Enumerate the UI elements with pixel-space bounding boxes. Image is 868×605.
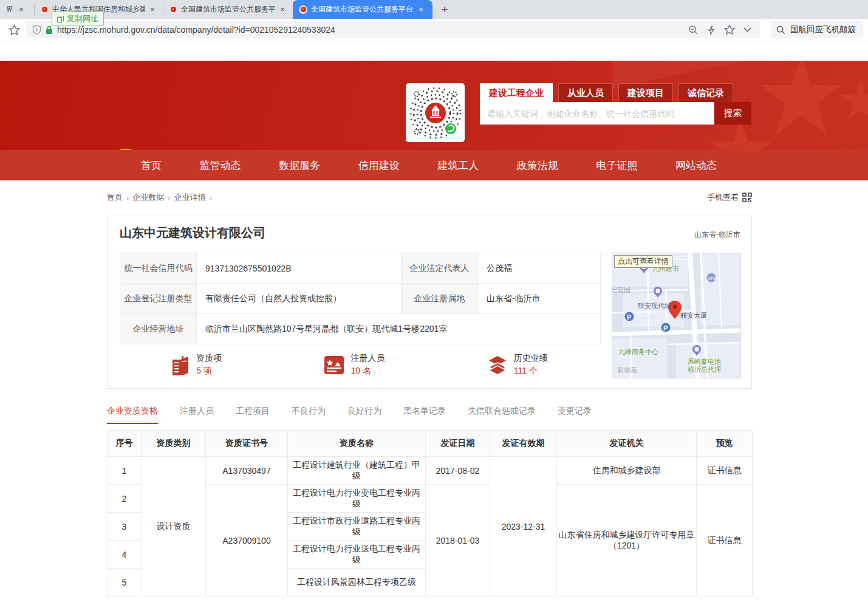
address-label: 企业经营地址 [120,314,197,344]
breadcrumb-row: 首页 企业数据 企业详情 手机查看 [107,191,752,203]
search-tab-enterprise[interactable]: 建设工程企业 [480,83,553,102]
url-text: https://jzsc.mohurd.gov.cn/data/company/… [57,25,684,35]
cell-qual-name: 工程设计建筑行业（建筑工程）甲级 [288,457,426,485]
breadcrumb-company-data[interactable]: 企业数据 [132,192,164,203]
site-banner: 中华人民共和国住房和城乡建设部 www.mohurd.gov.cn 全国建筑市场… [0,61,868,150]
keyword-search-input[interactable] [480,102,714,125]
chevron-down-icon[interactable] [743,27,751,32]
tab-title: 界 [6,4,13,15]
search-tab-personnel[interactable]: 从业人员 [558,83,613,102]
stat-value: 5 项 [196,366,222,377]
cell-issue-date: 2018-01-03 [426,485,490,596]
nav-credit[interactable]: 信用建设 [358,159,400,173]
address-value: 临沂市兰山区陶然路107号星河晶都（联安）现代城1号楼2201室 [197,314,601,344]
search-tab-project[interactable]: 建设项目 [618,83,673,102]
tab-change-records[interactable]: 变更记录 [558,406,592,423]
nav-site-news[interactable]: 网站动态 [675,159,717,173]
tab-dishonesty-records[interactable]: 失信联合惩戒记录 [468,406,536,423]
emblem-favicon-icon [40,5,49,14]
reg-type-label: 企业登记注册类型 [120,284,197,314]
stat-historical-performance: 历史业绩 111 个 [487,353,548,377]
browser-toolbar: https://jzsc.mohurd.gov.cn/data/company/… [0,19,868,41]
shield-icon[interactable] [32,25,41,35]
tab-bad-behavior[interactable]: 不良行为 [292,406,326,423]
company-location-map[interactable]: 点击可查看详情 [612,253,741,378]
nav-workers[interactable]: 建筑工人 [437,159,479,173]
breadcrumb-home[interactable]: 首页 [107,192,123,203]
close-icon[interactable] [278,5,287,14]
svg-text:联安现代城: 联安现代城 [638,302,671,309]
tab-registered-personnel[interactable]: 注册人员 [180,406,214,423]
reg-region-value: 山东省-临沂市 [478,284,601,314]
search-icon [776,26,785,35]
map-tooltip: 点击可查看详情 [614,255,672,268]
nav-home[interactable]: 首页 [141,159,162,173]
zoom-out-icon[interactable] [688,25,699,35]
national-emblem-icon [108,148,143,150]
col-authority: 发证机关 [557,431,697,457]
cell-seq: 2 [108,485,142,513]
new-tab-button[interactable]: + [436,2,453,18]
svg-text:P: P [627,313,631,321]
cell-cert-no: A137030497 [206,457,288,485]
certificate-info-link[interactable]: 证书信息 [697,457,753,485]
hot-search-text: 国航回应飞机颠簸 [790,24,856,35]
tab-qualifications[interactable]: 企业资质资格 [107,406,158,424]
wechat-qr-code [406,83,465,142]
site-search-panel: 建设工程企业 从业人员 建设项目 诚信记录 搜索 [480,83,751,125]
cell-qual-name: 工程设计市政行业道路工程专业丙级 [288,513,426,541]
certificate-info-link[interactable]: 证书信息 [697,485,753,596]
lock-icon [46,26,53,35]
nav-e-license[interactable]: 电子证照 [596,159,637,173]
tab-projects[interactable]: 工程项目 [236,406,270,423]
nav-data-service[interactable]: 数据服务 [279,159,320,173]
table-header-row: 序号 资质类别 资质证书号 资质名称 发证日期 发证有效期 发证机关 预览 [108,431,753,457]
svg-text:九峰商务中心: 九峰商务中心 [618,348,658,355]
legal-rep-label: 企业法定代表人 [402,253,478,284]
svg-text:联安大厦: 联安大厦 [680,312,707,319]
browser-search-box[interactable]: 国航回应飞机颠簸 [771,21,863,38]
col-issue-date: 发证日期 [426,431,490,457]
emblem-favicon-icon [169,5,177,14]
breadcrumb-company-detail[interactable]: 企业详情 [174,192,206,203]
browser-tab-partial[interactable]: 界 [0,0,34,19]
table-row: 1 设计资质 A137030497 工程设计建筑行业（建筑工程）甲级 2017-… [108,457,753,485]
company-name: 山东中元建筑设计有限公司 [120,225,265,241]
favorite-star-icon[interactable] [724,24,735,35]
cell-seq: 4 [108,541,142,569]
nav-policy[interactable]: 政策法规 [517,159,558,173]
search-tab-credit[interactable]: 诚信记录 [678,83,733,102]
tab-blacklist[interactable]: 黑名单记录 [403,406,446,423]
browser-tab-jzsc-1[interactable]: 全国建筑市场监管公共服务平台 [163,0,293,19]
certificate-book-icon [324,355,344,375]
browser-tab-jzsc-active[interactable]: 全国建筑市场监管公共服务平台 [293,0,432,19]
reg-region-label: 企业注册属地 [402,284,478,314]
close-icon[interactable] [17,5,26,14]
cell-qual-name: 工程设计风景园林工程专项乙级 [288,569,426,596]
svg-text:纪花园: 纪花园 [612,286,630,293]
close-icon[interactable] [417,5,425,14]
url-bar[interactable]: https://jzsc.mohurd.gov.cn/data/company/… [26,21,760,38]
close-icon[interactable] [148,5,157,14]
qr-code-icon [409,86,462,140]
tab-title: 全国建筑市场监管公共服务平台 [311,4,413,15]
svg-text:风帆蓄电池: 风帆蓄电池 [688,358,721,365]
stat-qualifications: 资质项 5 项 [171,353,222,377]
cell-cert-no: A237009100 [206,485,288,596]
bookmark-star-icon[interactable] [9,24,20,36]
mobile-view-button[interactable]: 手机查看 [707,192,752,203]
browser-tab-bar: 界 中华人民共和国住房和城乡建设 全国建筑市场监管公共服务平台 全国建筑市场监管… [0,0,868,19]
tab-good-behavior[interactable]: 良好行为 [347,406,381,423]
layers-icon [487,355,508,375]
stat-registered-personnel: 注册人员 10 名 [324,353,384,377]
col-seq: 序号 [108,431,142,457]
stat-label: 资质项 [196,353,222,364]
credit-code-value: 91371302675501022B [197,253,402,284]
breadcrumb: 首页 企业数据 企业详情 [107,192,212,203]
lightning-icon[interactable] [707,25,716,35]
col-category: 资质类别 [142,431,206,457]
search-button[interactable]: 搜索 [714,102,751,125]
cell-authority: 山东省住房和城乡建设厅许可专用章（1201） [557,485,697,596]
map-image: 九州超市 ATM 纪花园 联安现代城 联安大厦 P P 九峰商务中心 新华苑 风… [612,253,740,378]
nav-supervision[interactable]: 监管动态 [200,159,241,173]
